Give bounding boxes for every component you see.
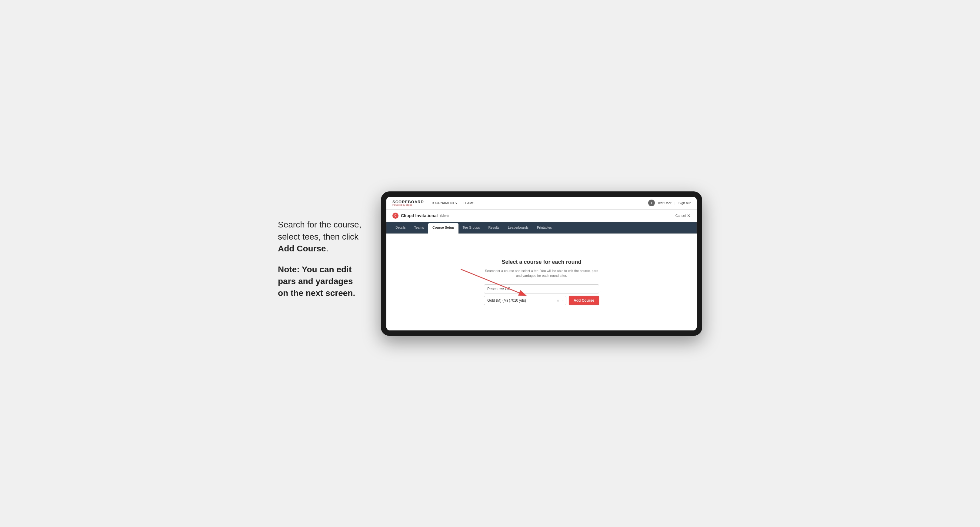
tab-tee-groups[interactable]: Tee Groups xyxy=(458,222,484,233)
tournament-name: Clippd Invitational xyxy=(401,213,438,218)
tablet-frame: SCOREBOARD Powered by clippd TOURNAMENTS… xyxy=(381,191,702,336)
tee-select-row: Gold (M) (M) (7010 yds) × ⌄ Add Course xyxy=(484,296,599,305)
tee-select-wrapper: Gold (M) (M) (7010 yds) × ⌄ xyxy=(484,296,566,305)
tab-results[interactable]: Results xyxy=(484,222,504,233)
cancel-button[interactable]: Cancel ✕ xyxy=(675,213,690,218)
course-select-container: Select a course for each round Search fo… xyxy=(484,259,599,305)
tee-select[interactable]: Gold (M) (M) (7010 yds) xyxy=(484,296,566,305)
tab-leaderboards[interactable]: Leaderboards xyxy=(504,222,533,233)
tournament-icon: C xyxy=(393,213,398,219)
user-area: T Test User | Sign out xyxy=(648,200,690,206)
user-name: Test User xyxy=(657,201,671,205)
chevron-down-icon[interactable]: ⌄ xyxy=(562,299,564,302)
pipe: | xyxy=(675,201,675,205)
tournament-gender: (Men) xyxy=(440,214,449,217)
nav-teams[interactable]: TEAMS xyxy=(463,200,474,206)
instruction-bold: Add Course xyxy=(278,244,326,253)
page-wrapper: Search for the course, select tees, then… xyxy=(278,191,702,336)
nav-links: TOURNAMENTS TEAMS xyxy=(431,200,648,206)
clear-tee-icon[interactable]: × xyxy=(557,298,559,302)
tab-teams[interactable]: Teams xyxy=(410,222,428,233)
logo-sub: Powered by clippd xyxy=(393,204,424,206)
nav-tournaments[interactable]: TOURNAMENTS xyxy=(431,200,457,206)
section-description: Search for a course and select a tee. Yo… xyxy=(484,268,599,278)
user-avatar: T xyxy=(648,200,655,206)
cancel-label: Cancel xyxy=(675,214,686,217)
tab-printables[interactable]: Printables xyxy=(533,222,556,233)
close-icon: ✕ xyxy=(687,213,690,218)
tournament-title: C Clippd Invitational (Men) xyxy=(393,213,449,219)
tab-course-setup[interactable]: Course Setup xyxy=(428,223,458,233)
tab-navigation: Details Teams Course Setup Tee Groups Re… xyxy=(387,222,697,233)
main-content: Select a course for each round Search fo… xyxy=(387,233,697,330)
section-title: Select a course for each round xyxy=(484,259,599,265)
add-course-button[interactable]: Add Course xyxy=(569,296,599,305)
logo-title: SCOREBOARD xyxy=(393,200,424,204)
top-nav: SCOREBOARD Powered by clippd TOURNAMENTS… xyxy=(387,197,697,210)
instruction-text-2: Note: You can edit pars and yardages on … xyxy=(278,264,363,299)
tablet-screen: SCOREBOARD Powered by clippd TOURNAMENTS… xyxy=(387,197,697,330)
sign-out-link[interactable]: Sign out xyxy=(678,201,690,205)
instructions-panel: Search for the course, select tees, then… xyxy=(278,219,363,308)
instruction-note: Note: You can edit pars and yardages on … xyxy=(278,265,355,298)
tournament-header: C Clippd Invitational (Men) Cancel ✕ xyxy=(387,210,697,222)
course-search-input[interactable] xyxy=(484,284,599,294)
instruction-text-1: Search for the course, select tees, then… xyxy=(278,219,363,254)
tab-details[interactable]: Details xyxy=(391,222,410,233)
logo: SCOREBOARD Powered by clippd xyxy=(393,200,424,206)
